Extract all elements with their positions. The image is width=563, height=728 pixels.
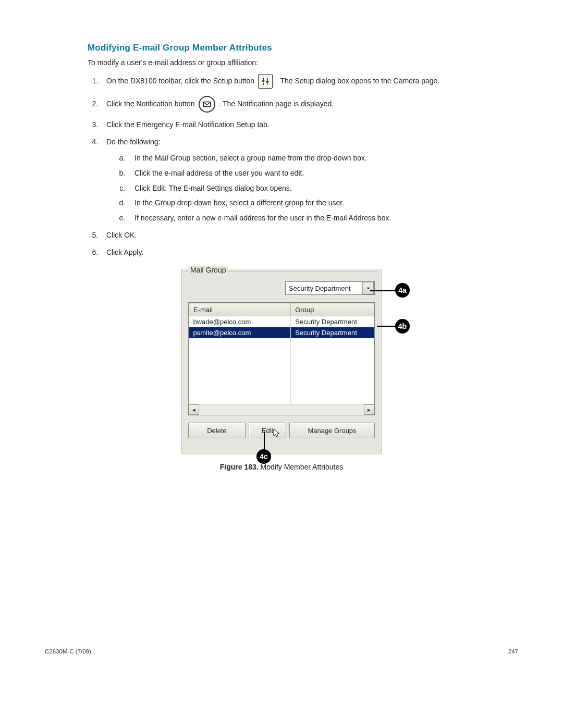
step-4b: Click the e-mail address of the user you… — [127, 168, 518, 178]
step-4e: If necessary, enter a new e-mail address… — [127, 213, 518, 223]
cell-email: psmite@pelco.com — [189, 327, 291, 338]
scroll-right-icon[interactable]: ▸ — [364, 404, 374, 415]
delete-button[interactable]: Delete — [188, 423, 246, 438]
edit-button-label: Edit — [262, 427, 273, 435]
table-row[interactable] — [189, 382, 374, 393]
table-row[interactable] — [189, 371, 374, 382]
mail-group-legend: Mail Group — [188, 266, 228, 274]
step-2: Click the Notification button . The Noti… — [100, 96, 518, 113]
step-1a-text: On the DX8100 toolbar, click the Setup b… — [106, 77, 256, 85]
step-4-text: Do the following: — [106, 138, 161, 146]
step-3: Click the Emergency E-mail Notification … — [100, 120, 518, 130]
table-row[interactable]: bwade@pelco.com Security Department — [189, 316, 374, 328]
step-1b-text: . The Setup dialog box opens to the Came… — [276, 77, 439, 85]
table-row[interactable] — [189, 360, 374, 371]
col-header-group[interactable]: Group — [291, 303, 374, 316]
callout-4a: 4a — [395, 283, 410, 298]
scroll-track[interactable] — [199, 404, 364, 415]
table-row[interactable] — [189, 393, 374, 404]
table-row[interactable] — [189, 349, 374, 360]
footer-doc-id: C2630M-C (7/09) — [45, 648, 91, 655]
callout-4b: 4b — [395, 319, 410, 334]
step-4d: In the Group drop-down box, select a dif… — [127, 198, 518, 208]
dropdown-arrow-icon[interactable] — [362, 282, 374, 294]
setup-icon — [258, 74, 273, 89]
step-2a-text: Click the Notification button — [106, 100, 197, 108]
caption-text: Modify Member Attributes — [259, 463, 344, 471]
group-dropdown-value: Security Department — [286, 285, 362, 292]
figure: Mail Group Security Department E-mail Gr… — [45, 269, 518, 454]
members-table-container: E-mail Group bwade@pelco.com Security De… — [188, 302, 375, 415]
table-row-selected[interactable]: psmite@pelco.com Security Department — [189, 327, 374, 338]
mail-group-panel: Mail Group Security Department E-mail Gr… — [181, 269, 382, 454]
step-5: Click OK. — [100, 230, 518, 240]
cell-group: Security Department — [291, 327, 374, 338]
section-heading: Modifying E-mail Group Member Attributes — [88, 43, 518, 53]
caption-label: Figure 183. — [220, 463, 259, 471]
step-2b-text: . The Notification page is displayed. — [218, 100, 334, 108]
intro-text: To modify a user's e-mail address or gro… — [88, 58, 518, 67]
cell-email: bwade@pelco.com — [189, 316, 291, 328]
members-table: E-mail Group bwade@pelco.com Security De… — [189, 303, 374, 404]
step-4: Do the following: In the Mail Group sect… — [100, 137, 518, 223]
footer-page-number: 247 — [508, 648, 518, 655]
edit-button[interactable]: Edit — [249, 423, 286, 438]
h-scrollbar[interactable]: ◂ ▸ — [189, 404, 374, 415]
sub-steps: In the Mail Group section, select a grou… — [127, 153, 518, 223]
step-4c: Click Edit. The E-mail Settings dialog b… — [127, 183, 518, 193]
cursor-icon — [273, 428, 282, 439]
procedure-list: On the DX8100 toolbar, click the Setup b… — [100, 74, 518, 257]
cell-group: Security Department — [291, 316, 374, 328]
col-header-email[interactable]: E-mail — [189, 303, 291, 316]
table-row[interactable] — [189, 338, 374, 349]
group-dropdown[interactable]: Security Department — [285, 281, 375, 295]
step-4a: In the Mail Group section, select a grou… — [127, 153, 518, 163]
scroll-left-icon[interactable]: ◂ — [189, 404, 199, 415]
figure-caption: Figure 183. Modify Member Attributes — [45, 463, 518, 471]
step-6: Click Apply. — [100, 248, 518, 257]
notification-icon — [199, 96, 215, 113]
manage-groups-button[interactable]: Manage Groups — [289, 423, 375, 438]
step-1: On the DX8100 toolbar, click the Setup b… — [100, 74, 518, 89]
